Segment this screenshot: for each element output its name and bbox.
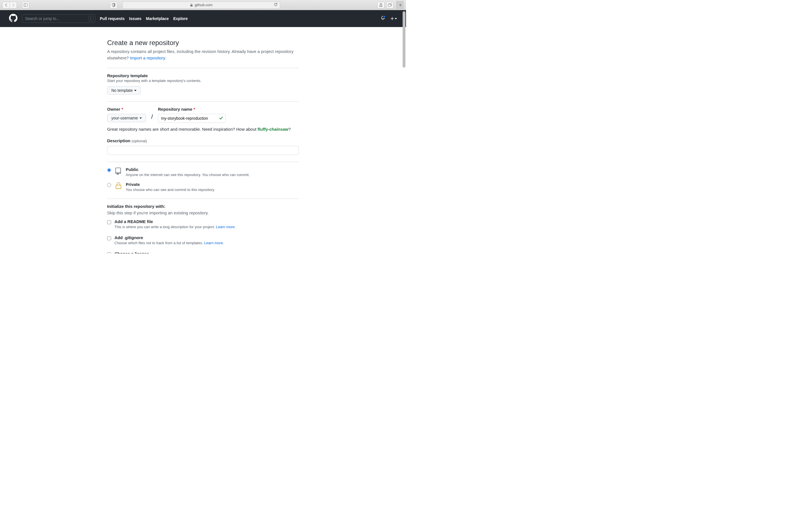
sidebar-toggle-button[interactable]: [22, 2, 29, 8]
check-icon: [219, 116, 223, 121]
page-title: Create a new repository: [107, 39, 299, 47]
template-section-desc: Start your repository with a template re…: [107, 78, 299, 83]
owner-label: Owner *: [107, 107, 146, 112]
choose-license-checkbox[interactable]: [107, 252, 111, 254]
privacy-shield-button[interactable]: [110, 2, 117, 8]
gitignore-desc: Choose which files not to track from a l…: [114, 241, 224, 245]
public-title: Public: [126, 167, 139, 172]
owner-slash-separator: /: [151, 113, 153, 121]
owner-select[interactable]: your-username: [107, 114, 146, 122]
reponame-hint: Great repository names are short and mem…: [107, 127, 299, 131]
notification-dot: [383, 15, 386, 18]
share-button[interactable]: [377, 2, 385, 8]
page-scroll-area[interactable]: Create a new repository A repository con…: [0, 27, 406, 253]
caret-down-icon: [134, 90, 137, 91]
description-input[interactable]: [107, 146, 299, 155]
primary-nav: Pull requests Issues Marketplace Explore: [100, 16, 188, 21]
caret-down-icon: [140, 117, 142, 119]
address-bar-host: github.com: [195, 3, 213, 7]
search-placeholder: Search or jump to...: [25, 16, 59, 21]
nav-pull-requests[interactable]: Pull requests: [100, 16, 124, 21]
slash-key-hint: /: [88, 16, 93, 21]
add-readme-checkbox[interactable]: [107, 220, 111, 224]
search-input[interactable]: Search or jump to... /: [22, 14, 95, 23]
caret-down-icon: [395, 18, 397, 19]
browser-toolbar: github.com: [0, 0, 406, 10]
divider: [107, 101, 299, 102]
readme-learn-more-link[interactable]: Learn more.: [216, 225, 236, 229]
template-select[interactable]: No template: [107, 86, 141, 95]
repo-public-icon: [114, 167, 122, 175]
readme-desc: This is where you can write a long descr…: [114, 225, 236, 229]
address-bar[interactable]: github.com: [122, 1, 280, 9]
nav-explore[interactable]: Explore: [173, 16, 188, 21]
svg-rect-2: [190, 5, 193, 6]
reload-button[interactable]: [274, 3, 278, 7]
reponame-input[interactable]: [158, 114, 225, 123]
page-subhead: A repository contains all project files,…: [107, 48, 299, 61]
private-title: Private: [126, 182, 140, 187]
github-logo-icon[interactable]: [9, 14, 17, 23]
nav-issues[interactable]: Issues: [129, 16, 142, 21]
forward-button[interactable]: [10, 2, 17, 8]
visibility-private-radio[interactable]: [107, 183, 111, 187]
back-button[interactable]: [2, 2, 10, 8]
svg-rect-0: [24, 3, 28, 6]
init-skip-note: Skip this step if you're importing an ex…: [107, 210, 299, 216]
license-title: Choose a license: [114, 251, 149, 254]
template-select-value: No template: [111, 88, 133, 93]
svg-rect-5: [116, 185, 121, 189]
repo-private-icon: [114, 182, 122, 189]
divider: [107, 199, 299, 199]
create-new-dropdown[interactable]: [390, 17, 397, 20]
divider: [107, 68, 299, 68]
visibility-public-radio[interactable]: [107, 168, 111, 172]
new-tab-button[interactable]: [396, 1, 404, 9]
public-desc: Anyone on the internet can see this repo…: [126, 173, 250, 177]
add-gitignore-checkbox[interactable]: [107, 236, 111, 240]
svg-rect-4: [388, 4, 391, 6]
gitignore-learn-more-link[interactable]: Learn more.: [204, 241, 224, 245]
plus-icon: [390, 17, 394, 20]
divider: [107, 162, 299, 162]
owner-select-value: your-username: [111, 116, 138, 120]
description-label: Description (optional): [107, 138, 299, 143]
init-heading: Initialize this repository with:: [107, 204, 299, 209]
readme-title: Add a README file: [114, 219, 153, 224]
github-header: Search or jump to... / Pull requests Iss…: [0, 10, 406, 27]
lock-icon: [190, 3, 193, 7]
import-repo-link[interactable]: Import a repository.: [130, 55, 166, 60]
name-suggestion[interactable]: fluffy-chainsaw: [258, 127, 289, 131]
template-section-title: Repository template: [107, 73, 299, 78]
reponame-label: Repository name *: [158, 107, 225, 112]
nav-marketplace[interactable]: Marketplace: [146, 16, 169, 21]
gitignore-title: Add .gitignore: [114, 235, 143, 240]
private-desc: You choose who can see and commit to thi…: [126, 187, 215, 192]
tabs-button[interactable]: [386, 2, 394, 8]
notifications-button[interactable]: [380, 16, 385, 21]
scrollbar-thumb[interactable]: [403, 11, 405, 68]
